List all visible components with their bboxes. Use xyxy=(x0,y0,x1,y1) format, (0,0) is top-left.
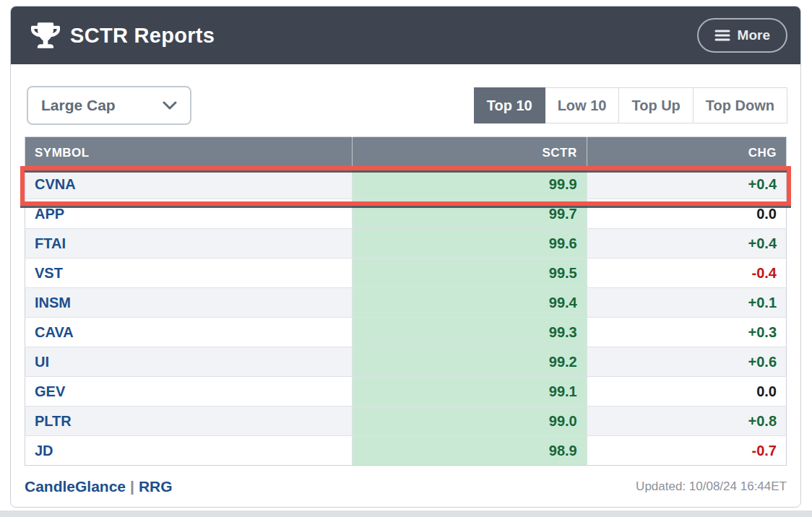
table-row: APP99.70.0 xyxy=(25,199,787,229)
chg-cell: 0.0 xyxy=(587,377,786,407)
table-row: INSM99.4+0.1 xyxy=(25,288,787,318)
chg-cell: -0.4 xyxy=(587,258,786,288)
link-separator: | xyxy=(130,478,134,495)
sctr-cell: 99.3 xyxy=(352,318,587,347)
tab-top-up[interactable]: Top Up xyxy=(619,87,693,123)
sctr-cell: 98.9 xyxy=(352,436,587,466)
sctr-cell: 99.9 xyxy=(352,170,587,199)
column-header-chg[interactable]: CHG xyxy=(587,137,786,170)
chg-cell: -0.7 xyxy=(587,436,786,466)
sctr-table: SYMBOL SCTR CHG CVNA99.9+0.4APP99.70.0FT… xyxy=(25,136,787,466)
table-row-highlighted: CVNA99.9+0.4 xyxy=(25,170,787,199)
tab-top-10[interactable]: Top 10 xyxy=(474,87,545,123)
chg-cell: +0.4 xyxy=(587,229,786,258)
rrg-link[interactable]: RRG xyxy=(139,478,173,495)
chg-cell: +0.8 xyxy=(587,407,786,436)
chg-cell: +0.3 xyxy=(587,318,786,347)
table-container: SYMBOL SCTR CHG CVNA99.9+0.4APP99.70.0FT… xyxy=(25,136,787,466)
sctr-reports-widget: SCTR Reports More Large Cap Top 10Low 10… xyxy=(10,6,801,508)
page-bottom-strip xyxy=(0,511,812,517)
symbol-cell[interactable]: UI xyxy=(25,347,353,377)
chg-cell: +0.6 xyxy=(587,347,786,377)
column-header-symbol[interactable]: SYMBOL xyxy=(25,137,353,170)
table-row: VST99.5-0.4 xyxy=(25,258,787,288)
trophy-icon xyxy=(31,22,60,48)
chg-cell: 0.0 xyxy=(587,199,786,229)
more-button[interactable]: More xyxy=(697,18,787,53)
tab-top-down[interactable]: Top Down xyxy=(694,87,787,123)
report-tabs: Top 10Low 10Top UpTop Down xyxy=(474,87,787,123)
chevron-down-icon xyxy=(163,101,177,110)
footer-links: CandleGlance|RRG xyxy=(25,478,173,495)
sctr-cell: 99.4 xyxy=(352,288,587,318)
symbol-cell[interactable]: CAVA xyxy=(25,318,353,347)
column-header-sctr[interactable]: SCTR xyxy=(352,137,587,170)
group-select-value: Large Cap xyxy=(41,97,116,114)
hamburger-icon xyxy=(714,29,730,42)
symbol-cell[interactable]: APP xyxy=(25,199,353,229)
widget-title: SCTR Reports xyxy=(70,24,215,48)
symbol-cell[interactable]: VST xyxy=(25,258,353,288)
group-select[interactable]: Large Cap xyxy=(27,86,191,125)
table-row: UI99.2+0.6 xyxy=(25,347,787,377)
symbol-cell[interactable]: PLTR xyxy=(25,407,353,436)
widget-footer: CandleGlance|RRG Updated: 10/08/24 16:44… xyxy=(11,466,800,495)
chg-cell: +0.1 xyxy=(587,288,786,318)
symbol-cell[interactable]: INSM xyxy=(25,288,353,318)
table-row: PLTR99.0+0.8 xyxy=(25,407,787,436)
sctr-cell: 99.1 xyxy=(352,377,587,407)
symbol-cell[interactable]: GEV xyxy=(25,377,353,407)
chg-cell: +0.4 xyxy=(587,170,786,199)
table-row: JD98.9-0.7 xyxy=(25,436,787,466)
updated-timestamp: Updated: 10/08/24 16:44ET xyxy=(636,479,787,494)
table-row: GEV99.10.0 xyxy=(25,377,787,407)
symbol-cell[interactable]: FTAI xyxy=(25,229,353,258)
sctr-cell: 99.6 xyxy=(352,229,587,258)
table-row: CAVA99.3+0.3 xyxy=(25,318,787,347)
more-button-label: More xyxy=(738,27,770,43)
sctr-cell: 99.5 xyxy=(352,258,587,288)
symbol-cell[interactable]: JD xyxy=(25,436,353,466)
table-header-row: SYMBOL SCTR CHG xyxy=(25,137,787,170)
symbol-cell[interactable]: CVNA xyxy=(25,170,353,199)
table-row: FTAI99.6+0.4 xyxy=(25,229,787,258)
sctr-cell: 99.7 xyxy=(352,199,587,229)
controls-row: Large Cap Top 10Low 10Top UpTop Down xyxy=(11,64,800,125)
candleglance-link[interactable]: CandleGlance xyxy=(25,478,126,495)
widget-header: SCTR Reports More xyxy=(11,6,800,64)
tab-low-10[interactable]: Low 10 xyxy=(545,87,620,123)
sctr-cell: 99.0 xyxy=(352,407,587,436)
sctr-cell: 99.2 xyxy=(352,347,587,377)
